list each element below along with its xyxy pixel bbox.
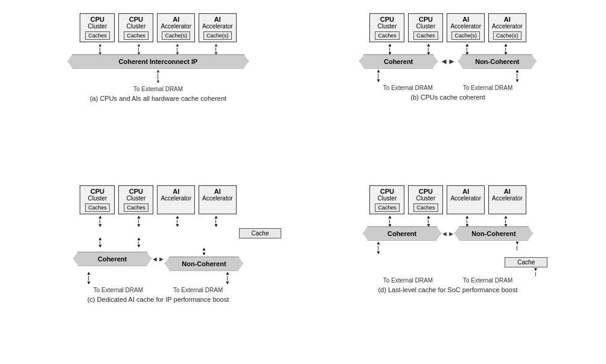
arrows-a: ▲ ▼ ▲ ▼ ▲ ▼ <box>83 45 234 54</box>
unit-cpu1-c: CPU Cluster Caches <box>80 185 115 214</box>
unit-ai2-c: AI Accelerator <box>199 185 237 214</box>
dram-row-b: To External DRAM To External DRAM <box>383 83 513 91</box>
unit-cpu1-d: CPU Cluster Caches <box>369 185 404 214</box>
banner-row-b: Coherent ◄► Non-Coherent <box>359 54 537 69</box>
unit-ai2-b: AI Accelerator Cache(s) <box>488 13 526 42</box>
boxes-row-b: CPU Cluster Caches CPU Cluster Caches AI… <box>369 13 526 42</box>
boxes-row-c: CPU Cluster Caches CPU Cluster Caches AI… <box>80 185 236 214</box>
diagram-d: CPU Cluster Caches CPU Cluster Caches AI… <box>309 185 587 351</box>
coherent-banner-c: Coherent <box>73 252 152 266</box>
boxes-row-d: CPU Cluster Caches CPU Cluster Caches AI… <box>369 185 526 214</box>
unit-cpu2-a: CPU Cluster Caches <box>118 13 153 42</box>
h-arrow-d: ◄► <box>441 230 454 237</box>
cache-box-c: Cache <box>239 228 282 238</box>
unit-ai1-d: AI Accelerator <box>447 185 485 214</box>
unit-cpu1-b: CPU Cluster Caches <box>369 13 404 42</box>
caption-a: (a) CPUs and AIs all hardware cache cohe… <box>90 95 226 102</box>
diagram-c: CPU Cluster Caches CPU Cluster Caches AI… <box>19 185 297 351</box>
unit-ai1-a: AI Accelerator Cache(s) <box>157 13 195 42</box>
arrows-d-top: ▲ ▼ ▲ ▼ ▲ ▼ <box>372 217 523 226</box>
dram-label-d1: To External DRAM <box>383 277 433 284</box>
coherent-banner-b: Coherent <box>359 54 438 69</box>
unit-ai1-c: AI Accelerator <box>157 185 195 214</box>
boxes-row-a: CPU Cluster Caches CPU Cluster Caches AI… <box>80 13 236 42</box>
noncoherent-banner-d: Non-Coherent <box>454 226 533 241</box>
caption-b: (b) CPUs cache coherent <box>410 94 485 101</box>
dram-label-a: To External DRAM <box>133 86 183 92</box>
unit-cpu2-d: CPU Cluster Caches <box>408 185 443 214</box>
interconnect-banner-a: Coherent Interconnect IP <box>68 54 249 69</box>
arrows-b: ▲ ▼ ▲ ▼ ▲ ▼ <box>372 45 523 54</box>
dram-label-b1: To External DRAM <box>383 85 433 91</box>
unit-ai2-d: AI Accelerator <box>488 185 526 214</box>
arrows-c-top: ▲ ▼ ▲ ▼ ▲ ▼ <box>83 217 234 226</box>
unit-ai1-b: AI Accelerator Cache(s) <box>447 13 485 42</box>
caption-d: (d) Last-level cache for SoC performance… <box>378 286 517 293</box>
dram-row-c: To External DRAM To External DRAM <box>94 286 223 293</box>
dram-row-d: To External DRAM To External DRAM <box>383 276 513 284</box>
page: CPU Cluster Caches CPU Cluster Caches AI… <box>13 7 593 357</box>
caption-c: (c) Dedicated AI cache for IP performanc… <box>88 296 229 303</box>
cache-box-d: Cache <box>505 257 547 267</box>
coherent-banner-d: Coherent <box>363 226 441 241</box>
dram-label-c2: To External DRAM <box>173 287 223 293</box>
h-arrow-c: ◄► <box>152 255 165 263</box>
dram-label-b2: To External DRAM <box>463 85 512 91</box>
unit-ai2-a: AI Accelerator Cache(s) <box>199 13 237 42</box>
unit-cpu2-b: CPU Cluster Caches <box>408 13 443 42</box>
dram-label-c1: To External DRAM <box>94 287 143 293</box>
diagram-a: CPU Cluster Caches CPU Cluster Caches AI… <box>19 13 297 179</box>
dram-label-d2: To External DRAM <box>463 277 512 284</box>
diagram-b: CPU Cluster Caches CPU Cluster Caches AI… <box>309 13 587 179</box>
h-arrow-b: ◄► <box>440 57 456 66</box>
noncoherent-banner-b: Non-Coherent <box>458 54 537 69</box>
unit-cpu1-a: CPU Cluster Caches <box>80 13 115 42</box>
unit-cpu2-c: CPU Cluster Caches <box>118 185 153 214</box>
noncoherent-banner-c: Non-Coherent <box>165 257 243 271</box>
